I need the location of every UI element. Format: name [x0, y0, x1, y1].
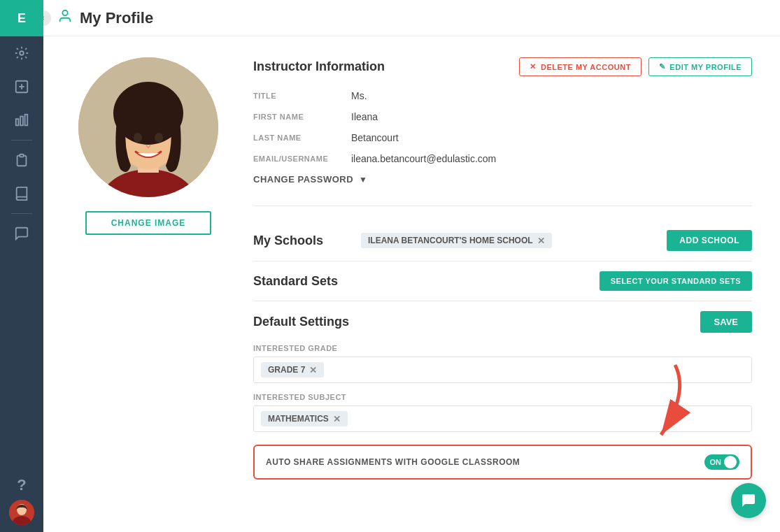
first-name-value: Ileana	[351, 111, 378, 122]
google-classroom-row: AUTO SHARE ASSIGNMENTS WITH GOOGLE CLASS…	[253, 445, 752, 480]
profile-icon	[57, 8, 73, 27]
default-settings-section: Default Settings SAVE INTERESTED GRADE G…	[253, 301, 752, 489]
remove-grade-icon[interactable]: ✕	[309, 366, 317, 375]
schools-tags-area: ILEANA BETANCOURT'S HOME SCHOOL ✕	[323, 233, 667, 248]
svg-rect-5	[20, 117, 23, 126]
sidebar: E ?	[0, 0, 43, 532]
change-password-row[interactable]: CHANGE PASSWORD ▼	[253, 174, 752, 185]
x-icon: ✕	[530, 62, 537, 71]
page-header: ‹ My Profile	[43, 0, 780, 36]
add-school-button[interactable]: ADD SCHOOL	[667, 230, 752, 251]
remove-subject-icon[interactable]: ✕	[333, 415, 341, 424]
subject-tag: MATHEMATICS ✕	[261, 411, 348, 426]
default-settings-title: Default Settings	[253, 315, 349, 329]
help-icon[interactable]: ?	[17, 476, 26, 494]
collapse-sidebar-button[interactable]: ‹	[43, 10, 51, 26]
subject-tag-label: MATHEMATICS	[268, 414, 329, 424]
email-row: EMAIL/USERNAME ileana.betancourt@edulast…	[253, 153, 752, 164]
school-tag-label: ILEANA BETANCOURT'S HOME SCHOOL	[368, 236, 533, 245]
sidebar-item-add[interactable]	[0, 70, 43, 103]
subject-field-label: INTERESTED SUBJECT	[253, 393, 752, 401]
title-value: Ms.	[351, 90, 367, 101]
title-label: TITLE	[253, 92, 351, 100]
schools-section: My Schools ILEANA BETANCOURT'S HOME SCHO…	[253, 220, 752, 261]
default-settings-header: Default Settings SAVE	[253, 311, 752, 333]
sidebar-item-assignments[interactable]	[0, 143, 43, 177]
last-name-row: LAST NAME Betancourt	[253, 132, 752, 143]
email-value: ileana.betancourt@edulastic.com	[351, 153, 496, 164]
svg-point-11	[62, 10, 67, 15]
delete-account-button[interactable]: ✕ DELETE MY ACCOUNT	[519, 57, 641, 76]
user-avatar-sidebar[interactable]	[9, 500, 34, 525]
instructor-section-title: Instructor Information	[253, 59, 385, 74]
first-name-label: FIRST NAME	[253, 113, 351, 121]
profile-left-column: CHANGE IMAGE	[71, 57, 225, 511]
select-standard-sets-button[interactable]: SELECT YOUR STANDARD SETS	[600, 271, 752, 291]
toggle-on-label: ON	[710, 458, 722, 466]
sidebar-item-messages[interactable]	[0, 217, 43, 250]
profile-right-column: Instructor Information ✕ DELETE MY ACCOU…	[253, 57, 752, 511]
grade-tag-label: GRADE 7	[268, 365, 305, 375]
main-content: ‹ My Profile	[43, 0, 780, 532]
svg-point-0	[20, 51, 24, 55]
last-name-value: Betancourt	[351, 132, 399, 143]
svg-rect-6	[25, 115, 28, 126]
grade-tag: GRADE 7 ✕	[261, 362, 324, 378]
page-title: My Profile	[80, 9, 153, 27]
remove-school-icon[interactable]: ✕	[537, 236, 545, 245]
svg-rect-4	[16, 119, 19, 125]
chevron-down-icon: ▼	[359, 175, 367, 185]
title-row: TITLE Ms.	[253, 90, 752, 101]
first-name-row: FIRST NAME Ileana	[253, 111, 752, 122]
subject-tag-field[interactable]: MATHEMATICS ✕	[253, 405, 752, 432]
change-password-label: CHANGE PASSWORD	[253, 174, 353, 185]
page-body: CHANGE IMAGE Instructor Information ✕ DE…	[43, 36, 780, 532]
chat-bubble-button[interactable]	[731, 483, 766, 518]
sidebar-bottom: ?	[9, 476, 34, 532]
pencil-icon: ✎	[659, 62, 666, 71]
schools-title: My Schools	[253, 233, 323, 248]
standard-sets-section: Standard Sets SELECT YOUR STANDARD SETS	[253, 261, 752, 301]
save-button[interactable]: SAVE	[700, 311, 752, 333]
sidebar-divider-2	[11, 213, 32, 214]
app-logo[interactable]: E	[0, 0, 43, 36]
google-classroom-label: AUTO SHARE ASSIGNMENTS WITH GOOGLE CLASS…	[266, 457, 520, 467]
grade-tag-field[interactable]: GRADE 7 ✕	[253, 357, 752, 383]
sidebar-item-analytics[interactable]	[0, 103, 43, 137]
instructor-section-header: Instructor Information ✕ DELETE MY ACCOU…	[253, 57, 752, 76]
sidebar-item-library[interactable]	[0, 177, 43, 210]
last-name-label: LAST NAME	[253, 134, 351, 142]
profile-avatar	[78, 57, 218, 197]
svg-point-18	[155, 133, 163, 143]
sidebar-divider-1	[11, 140, 32, 141]
section-actions: ✕ DELETE MY ACCOUNT ✎ EDIT MY PROFILE	[519, 57, 752, 76]
sidebar-item-dashboard[interactable]	[0, 36, 43, 70]
toggle-circle	[724, 456, 737, 468]
grade-field-label: INTERESTED GRADE	[253, 344, 752, 352]
instructor-info-section: Instructor Information ✕ DELETE MY ACCOU…	[253, 57, 752, 206]
email-label: EMAIL/USERNAME	[253, 154, 351, 163]
svg-point-17	[134, 133, 142, 143]
standard-sets-title: Standard Sets	[253, 274, 338, 289]
svg-rect-7	[20, 154, 24, 157]
google-classroom-toggle[interactable]: ON	[704, 454, 740, 470]
school-tag: ILEANA BETANCOURT'S HOME SCHOOL ✕	[361, 233, 552, 248]
change-image-button[interactable]: CHANGE IMAGE	[85, 211, 211, 235]
edit-profile-button[interactable]: ✎ EDIT MY PROFILE	[648, 57, 752, 76]
